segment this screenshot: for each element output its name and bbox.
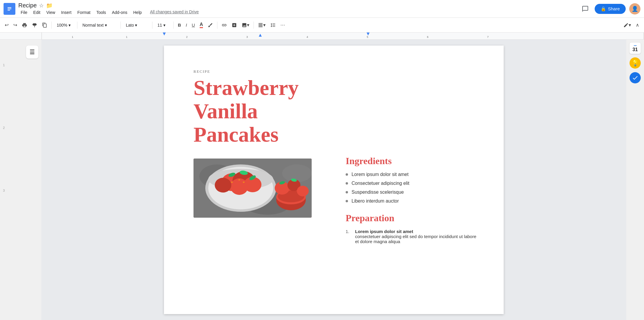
zoom-chevron: ▾ <box>69 23 71 28</box>
margin-num-2: 2 <box>3 126 5 130</box>
comment-button[interactable] <box>579 3 591 15</box>
top-bar-right: 🔒 Share 👤 <box>579 3 640 15</box>
svg-text:7: 7 <box>487 35 489 38</box>
menu-bar: File Edit View Insert Format Tools Add-o… <box>18 9 576 15</box>
prep-content: Lorem ipsum dolor sit amet consectetuer … <box>355 229 480 244</box>
separator-5 <box>173 22 174 29</box>
style-chevron: ▾ <box>105 23 107 28</box>
separator-2 <box>77 22 77 29</box>
redo-button[interactable]: ↪ <box>12 21 19 29</box>
align-button[interactable]: ▾ <box>256 21 267 29</box>
right-sidebar: ▪▪▪ 31 💡 <box>626 40 644 320</box>
recipe-label: RECIPE <box>193 69 480 74</box>
bold-button[interactable]: B <box>176 21 183 29</box>
separator-4 <box>152 22 152 29</box>
svg-text:1: 1 <box>72 35 73 38</box>
svg-text:3: 3 <box>246 35 248 38</box>
doc-right: Ingredients Lorem ipsum dolor sit amet C… <box>346 156 480 246</box>
menu-file[interactable]: File <box>18 9 30 15</box>
svg-point-29 <box>231 182 233 183</box>
size-dropdown[interactable]: 11 ▾ <box>155 21 171 29</box>
user-avatar[interactable]: 👤 <box>629 3 640 14</box>
prep-list: 1. Lorem ipsum dolor sit amet consectetu… <box>346 229 480 244</box>
menu-addons[interactable]: Add-ons <box>110 9 130 15</box>
folder-icon[interactable]: 📁 <box>46 2 53 9</box>
margin-num-3: 3 <box>3 189 5 192</box>
lightbulb-button[interactable]: 💡 <box>630 57 641 69</box>
doc-title-area: Recipe ☆ 📁 File Edit View Insert Format … <box>18 2 576 15</box>
prep-body-text: consectetuer adipiscing elit sed do temp… <box>355 234 480 244</box>
style-value: Normal text <box>82 23 104 28</box>
share-label: Share <box>608 6 620 11</box>
menu-format[interactable]: Format <box>75 9 93 15</box>
saved-status: All changes saved in Drive <box>150 9 199 15</box>
cal-num: 31 <box>632 47 638 52</box>
doc-area[interactable]: RECIPE Strawberry Vanilla Pancakes <box>41 40 626 320</box>
svg-point-40 <box>297 186 309 196</box>
menu-tools[interactable]: Tools <box>94 9 108 15</box>
highlight-button[interactable] <box>206 21 215 29</box>
separator-7 <box>253 22 254 29</box>
left-sidebar: ☰ 1 2 3 <box>0 40 41 320</box>
check-button[interactable] <box>630 72 641 83</box>
share-button[interactable]: 🔒 Share <box>595 4 626 14</box>
outline-button[interactable]: ☰ <box>26 46 38 59</box>
doc-page: RECIPE Strawberry Vanilla Pancakes <box>164 46 504 314</box>
cal-top: ▪▪▪ <box>634 44 637 47</box>
font-dropdown[interactable]: Lato ▾ <box>123 21 150 29</box>
font-color-button[interactable]: A <box>198 21 205 29</box>
font-chevron: ▾ <box>135 23 137 28</box>
more-options-button[interactable]: ⋯ <box>279 21 287 29</box>
collapse-button[interactable]: ∧ <box>634 21 641 29</box>
undo-button[interactable]: ↩ <box>3 21 10 29</box>
ingredient-text: Suspendisse scelerisque <box>352 190 404 195</box>
ingredient-text: Lorem ipsum dolor sit amet <box>352 172 409 177</box>
edit-pen-button[interactable]: ▾ <box>622 21 633 29</box>
title-line3: Pancakes <box>193 123 279 146</box>
share-lock-icon: 🔒 <box>601 6 606 12</box>
svg-text:5: 5 <box>367 35 368 38</box>
ingredient-text: Libero interdum auctor <box>352 198 399 204</box>
menu-insert[interactable]: Insert <box>59 9 74 15</box>
italic-button[interactable]: I <box>184 21 189 29</box>
recipe-title: Strawberry Vanilla Pancakes <box>193 76 321 147</box>
svg-rect-2 <box>8 8 12 9</box>
menu-help[interactable]: Help <box>131 9 144 15</box>
svg-text:2: 2 <box>186 35 188 38</box>
svg-point-20 <box>282 164 312 182</box>
link-button[interactable] <box>220 21 229 29</box>
preparation-heading: Preparation <box>346 213 480 224</box>
menu-edit[interactable]: Edit <box>31 9 43 15</box>
align-chevron: ▾ <box>263 22 266 28</box>
doc-left <box>193 156 328 246</box>
svg-text:6: 6 <box>427 35 428 38</box>
print-button[interactable] <box>20 21 29 29</box>
prep-item: 1. Lorem ipsum dolor sit amet consectetu… <box>346 229 480 244</box>
app-icon <box>4 3 15 15</box>
margin-num-1: 1 <box>3 63 5 67</box>
separator-6 <box>217 22 217 29</box>
insert-special-button[interactable] <box>230 21 239 29</box>
size-value: 11 <box>157 23 162 28</box>
clone-format-button[interactable] <box>40 21 49 29</box>
lightbulb-icon: 💡 <box>632 59 639 67</box>
main-layout: ☰ 1 2 3 RECIPE Strawberry Vanilla Pancak… <box>0 40 644 320</box>
zoom-dropdown[interactable]: 100% ▾ <box>54 21 75 29</box>
insert-image-button[interactable]: ▾ <box>240 21 251 29</box>
svg-text:1: 1 <box>126 35 127 38</box>
toolbar: ↩ ↪ 100% ▾ Normal text ▾ Lato ▾ 11 ▾ B I… <box>0 18 644 33</box>
bullet-dot <box>346 200 348 202</box>
line-spacing-button[interactable] <box>269 21 277 29</box>
size-chevron: ▾ <box>163 23 165 28</box>
calendar-button[interactable]: ▪▪▪ 31 <box>630 43 641 54</box>
svg-point-30 <box>238 179 240 180</box>
paint-format-button[interactable] <box>30 21 39 29</box>
underline-button[interactable]: U <box>190 21 197 29</box>
star-icon[interactable]: ☆ <box>39 2 44 9</box>
title-line1: Strawberry <box>193 76 299 100</box>
edit-chevron: ▾ <box>629 22 631 28</box>
svg-point-31 <box>243 182 245 183</box>
style-dropdown[interactable]: Normal text ▾ <box>80 21 118 29</box>
menu-view[interactable]: View <box>44 9 58 15</box>
doc-title[interactable]: Recipe <box>18 2 37 9</box>
